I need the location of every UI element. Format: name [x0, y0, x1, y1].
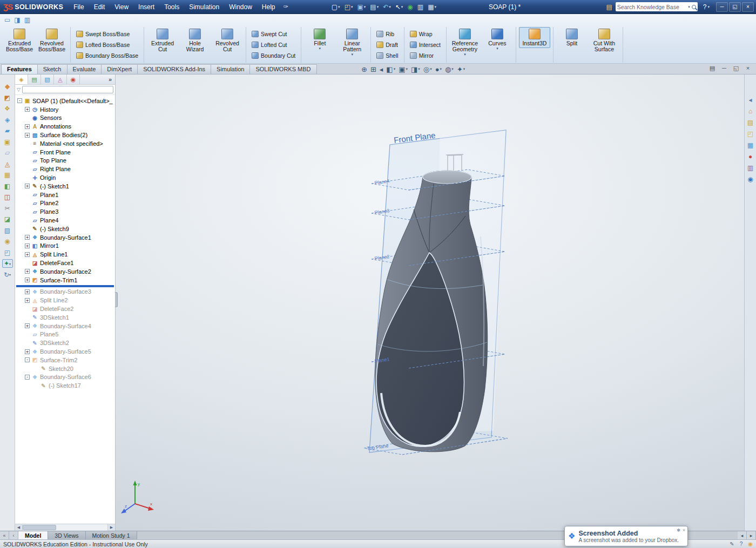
- expand-toggle[interactable]: [25, 167, 30, 172]
- fillet[interactable]: Fillet ▾: [304, 27, 335, 52]
- lofted-cut[interactable]: Lofted Cut ▾: [249, 40, 298, 50]
- tab-scroll-left-icon[interactable]: ‹: [9, 531, 18, 539]
- appearances-icon[interactable]: ●: [748, 153, 752, 160]
- tree-item[interactable]: ▱ Front Plane: [15, 148, 115, 157]
- menu-item[interactable]: Tools: [159, 0, 184, 14]
- boundary-cut[interactable]: Boundary Cut ▾: [249, 51, 298, 61]
- tab-scroll-first-icon[interactable]: «: [0, 531, 9, 539]
- expand-toggle[interactable]: +: [25, 278, 30, 282]
- filter-icon[interactable]: ▽: [17, 87, 21, 92]
- lofted-boss-base[interactable]: Lofted Boss/Base ▾: [73, 40, 141, 50]
- extruded-boss-base[interactable]: Extruded Boss/Base ▾: [4, 27, 35, 54]
- home-icon[interactable]: ⌂: [748, 107, 752, 115]
- tree-item[interactable]: - ❖ Boundary-Surface6: [15, 373, 115, 382]
- expand-toggle[interactable]: [25, 150, 30, 154]
- menu-item[interactable]: Help: [257, 0, 280, 14]
- cut-with-surface[interactable]: Cut With Surface ▾: [589, 27, 620, 54]
- dimxpertmanager-tab[interactable]: ◬: [54, 75, 67, 84]
- help-button[interactable]: ? ▾: [701, 3, 712, 11]
- instant3d[interactable]: Instant3D ▾: [519, 27, 550, 48]
- rib[interactable]: Rib ▾: [374, 29, 401, 39]
- scroll-left-icon[interactable]: ◀: [15, 524, 23, 531]
- restore-button[interactable]: ◱: [729, 2, 741, 12]
- swept-cut[interactable]: Swept Cut ▾: [249, 29, 298, 39]
- hide-show-items-icon[interactable]: ◎ ▾: [423, 65, 433, 73]
- expand-toggle[interactable]: [25, 315, 30, 320]
- file-properties-icon[interactable]: ▥ ▾: [415, 2, 426, 12]
- section-view-icon[interactable]: ◧ ▾: [386, 65, 396, 73]
- revolved-boss-base[interactable]: Revolved Boss/Base ▾: [36, 27, 68, 54]
- minimize-button[interactable]: ─: [716, 2, 728, 12]
- expand-toggle[interactable]: [25, 192, 30, 197]
- print-icon[interactable]: ▤ ▾: [368, 2, 381, 12]
- tree-item[interactable]: - ▣ SOAP (1) (Default<<Default>_: [15, 97, 115, 105]
- planar-surface-icon[interactable]: ◧ ▾: [2, 182, 13, 191]
- filled-surface-icon[interactable]: ▣ ▾: [2, 138, 13, 146]
- zoom-fit-icon[interactable]: ⊕ ▾: [361, 65, 368, 73]
- dropdown-arrow-icon[interactable]: ▾: [352, 52, 354, 56]
- expand-toggle[interactable]: [25, 116, 30, 120]
- ruled-surface-icon[interactable]: ✦ ▾: [2, 259, 13, 268]
- close-button[interactable]: ×: [742, 2, 754, 12]
- command-manager-tab[interactable]: DimXpert: [101, 64, 138, 74]
- expand-toggle[interactable]: [25, 218, 30, 223]
- expand-toggle[interactable]: +: [25, 298, 30, 303]
- tree-item[interactable]: + ▧ Surface Bodies(2): [15, 131, 115, 139]
- configurationmanager-tab[interactable]: ▧: [41, 75, 54, 84]
- revolved-surface-icon[interactable]: ◩ ▾: [2, 93, 13, 102]
- help-status-icon[interactable]: ?: [740, 541, 743, 547]
- expand-toggle[interactable]: -: [17, 98, 22, 103]
- previous-view-icon[interactable]: ◂ ▾: [379, 65, 384, 73]
- untrim-surface-icon[interactable]: ◪ ▾: [2, 215, 13, 224]
- view-settings-icon[interactable]: ✦ ▾: [456, 65, 465, 73]
- panel-overflow-icon[interactable]: »: [105, 75, 115, 84]
- expand-toggle[interactable]: [25, 307, 30, 312]
- tree-item[interactable]: + A Annotations: [15, 122, 115, 131]
- tree-item[interactable]: ✎ 3DSketch2: [15, 339, 115, 347]
- menu-item[interactable]: Window: [224, 0, 257, 14]
- doc-close-icon[interactable]: ×: [743, 65, 753, 72]
- menu-item[interactable]: Edit: [89, 0, 110, 14]
- expand-toggle[interactable]: -: [25, 357, 30, 362]
- expand-toggle[interactable]: +: [25, 133, 30, 138]
- tab-scroll-forward-icon[interactable]: ▸: [747, 531, 756, 539]
- expand-toggle[interactable]: +: [25, 184, 30, 188]
- command-manager-tab[interactable]: Sketch: [37, 64, 68, 74]
- expand-toggle[interactable]: +: [25, 235, 30, 240]
- thicken-icon[interactable]: ▧ ▾: [2, 226, 13, 235]
- tree-item[interactable]: ▱ Top Plane: [15, 157, 115, 165]
- scrollbar-thumb[interactable]: [23, 525, 56, 530]
- featuremanager-tree-tab[interactable]: ◈: [15, 75, 28, 84]
- mirror[interactable]: Mirror ▾: [407, 51, 443, 61]
- tree-item[interactable]: + ❖ Boundary-Surface5: [15, 347, 115, 356]
- expand-toggle[interactable]: +: [25, 124, 30, 129]
- edit-appearance-icon[interactable]: ● ▾: [435, 65, 442, 73]
- tree-item[interactable]: ▱ Plane5: [15, 330, 115, 339]
- replace-face-icon[interactable]: ◰ ▾: [2, 248, 13, 257]
- open-icon[interactable]: ◰ ▾: [342, 2, 355, 12]
- notification-settings-icon[interactable]: ✱: [677, 527, 680, 533]
- tree-item[interactable]: + ❖ Boundary-Surface4: [15, 322, 115, 330]
- tree-item[interactable]: ✎ (-) Sketch17: [15, 381, 115, 390]
- document-icon[interactable]: ▭: [4, 16, 10, 24]
- tree-item[interactable]: + ◬ Split Line2: [15, 296, 115, 305]
- tree-item[interactable]: ▱ Right Plane: [15, 165, 115, 173]
- doc-minimize-icon[interactable]: ─: [719, 65, 729, 72]
- offset-surface-icon[interactable]: ▱ ▾: [2, 148, 13, 157]
- knit-surface-icon[interactable]: ▦ ▾: [2, 171, 13, 179]
- boundary-surface-icon[interactable]: ▰ ▾: [2, 126, 13, 135]
- displaymanager-tab[interactable]: ◉: [67, 75, 80, 84]
- tree-item[interactable]: + ❖ Boundary-Surface3: [15, 288, 115, 296]
- custom-properties-icon[interactable]: ▥: [747, 164, 753, 172]
- expand-toggle[interactable]: [25, 261, 30, 266]
- solidworks-resources-icon[interactable]: ◉: [747, 175, 753, 183]
- wrap[interactable]: Wrap ▾: [407, 29, 443, 39]
- expand-toggle[interactable]: [33, 383, 38, 388]
- draft[interactable]: Draft ▾: [374, 40, 401, 50]
- display-style-icon[interactable]: ◨ ▾: [410, 65, 421, 73]
- tree-item[interactable]: + ◩ Surface-Trim1: [15, 276, 115, 285]
- dropdown-arrow-icon[interactable]: ▾: [319, 46, 321, 50]
- file-explorer-icon[interactable]: ◰: [747, 130, 753, 138]
- expand-toggle[interactable]: +: [25, 243, 30, 248]
- expand-toggle[interactable]: [33, 366, 38, 371]
